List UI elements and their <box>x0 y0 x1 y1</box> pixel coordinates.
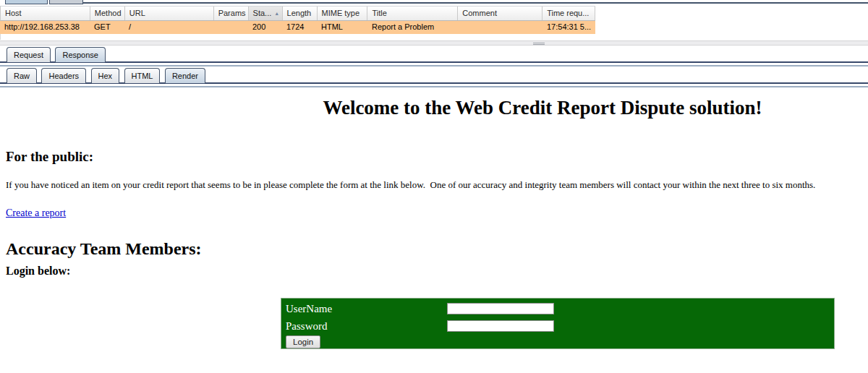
cell-url: / <box>124 21 213 34</box>
rendered-page-content: Welcome to the Web Credit Report Dispute… <box>0 96 868 349</box>
column-header-label: Title <box>372 7 386 20</box>
column-header-time-requested[interactable]: Time requ... <box>542 7 595 20</box>
column-header-mime-type[interactable]: MIME type <box>318 7 368 20</box>
cell-method: GET <box>90 21 124 34</box>
tab-request[interactable]: Request <box>7 47 51 62</box>
view-tab-bar: Raw Headers Hex HTML Render <box>0 67 868 84</box>
username-input[interactable] <box>447 303 554 314</box>
message-tab-bar: Request Response <box>0 46 868 63</box>
column-header-title[interactable]: Title <box>367 7 458 20</box>
sort-ascending-icon: ▲ <box>274 11 279 16</box>
column-header-label: Comment <box>462 7 497 20</box>
cell-title: Report a Problem <box>367 21 458 34</box>
public-section-heading: For the public: <box>6 149 868 166</box>
tab-response[interactable]: Response <box>55 47 106 62</box>
column-header-method[interactable]: Method <box>90 7 125 20</box>
tab-strip-divider <box>82 2 868 4</box>
cell-length: 1724 <box>282 21 317 34</box>
username-row: UserName <box>281 300 834 317</box>
column-header-label: URL <box>129 7 145 20</box>
table-header-row: Host Method URL Params Sta... ▲ Length M… <box>0 6 595 21</box>
login-prompt: Login below: <box>6 265 868 278</box>
password-label: Password <box>286 320 447 333</box>
cell-status: 200 <box>248 21 282 34</box>
cell-mime-type: HTML <box>317 21 367 34</box>
password-row: Password <box>281 317 834 335</box>
splitter-grip-icon[interactable] <box>533 43 545 45</box>
column-header-label: Params <box>218 7 246 20</box>
public-paragraph: If you have noticed an item on your cred… <box>6 179 868 192</box>
login-form-table: UserName Password Login <box>281 298 835 349</box>
cell-time-requested: 17:54:31 5... <box>542 21 595 34</box>
pane-splitter[interactable] <box>0 40 868 46</box>
password-input[interactable] <box>447 320 554 332</box>
column-header-label: Host <box>5 7 22 20</box>
column-header-label: Method <box>95 7 122 20</box>
column-header-status[interactable]: Sta... ▲ <box>249 7 283 20</box>
column-header-url[interactable]: URL <box>125 7 214 20</box>
tab-headers[interactable]: Headers <box>41 68 86 83</box>
top-tab-partial-selected[interactable] <box>5 0 48 4</box>
cell-params <box>213 21 248 34</box>
top-tab-strip <box>0 0 868 5</box>
table-empty-area <box>0 34 595 40</box>
cell-host: http://192.168.253.38 <box>0 21 90 34</box>
create-report-link-row: Create a report <box>6 206 868 218</box>
login-button[interactable]: Login <box>286 335 320 348</box>
http-history-table: Host Method URL Params Sta... ▲ Length M… <box>0 6 868 40</box>
table-row[interactable]: http://192.168.253.38 GET / 200 1724 HTM… <box>0 21 595 34</box>
column-header-label: Length <box>287 7 312 20</box>
column-header-label: MIME type <box>322 7 360 20</box>
column-header-host[interactable]: Host <box>1 7 90 20</box>
create-report-link[interactable]: Create a report <box>6 207 66 218</box>
team-section-heading: Accuracy Team Members: <box>6 239 868 260</box>
column-header-length[interactable]: Length <box>283 7 318 20</box>
page-title: Welcome to the Web Credit Report Dispute… <box>0 96 868 119</box>
tab-render[interactable]: Render <box>165 68 205 83</box>
column-header-comment[interactable]: Comment <box>458 7 542 20</box>
render-view: Welcome to the Web Credit Report Dispute… <box>0 87 868 373</box>
column-header-label: Sta... <box>253 7 272 20</box>
column-header-label: Time requ... <box>547 7 589 20</box>
username-label: UserName <box>286 303 447 315</box>
column-header-params[interactable]: Params <box>214 7 249 20</box>
tab-raw[interactable]: Raw <box>7 68 37 83</box>
tab-html[interactable]: HTML <box>124 68 161 83</box>
cell-comment <box>458 21 542 34</box>
top-tab-partial[interactable] <box>49 0 83 4</box>
login-button-row: Login <box>281 335 834 349</box>
tab-hex[interactable]: Hex <box>91 68 120 83</box>
